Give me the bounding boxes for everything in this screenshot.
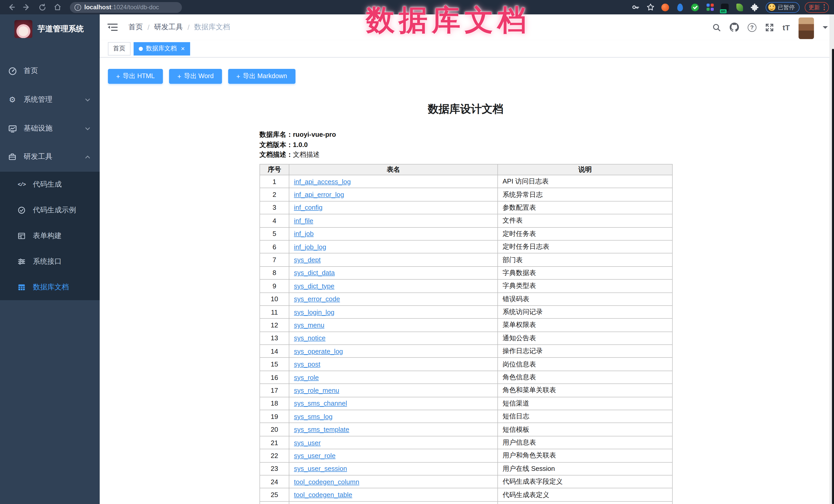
tag-db-doc[interactable]: 数据库文档 × <box>134 42 190 55</box>
meta-line-doc-version: 文档版本：1.0.0 <box>260 139 336 150</box>
table-link[interactable]: tool_codegen_table <box>294 491 352 499</box>
table-link[interactable]: inf_job <box>294 230 314 238</box>
gear-icon: ⚙ <box>8 95 17 104</box>
table-link[interactable]: inf_file <box>294 217 313 225</box>
table-link[interactable]: sys_sms_channel <box>294 400 347 408</box>
cell-description: 参数配置表 <box>498 201 673 214</box>
password-key-icon[interactable] <box>630 2 641 13</box>
table-link[interactable]: sys_post <box>294 360 321 368</box>
sidebar-item-label: 系统管理 <box>24 95 52 104</box>
table-link[interactable]: inf_job_log <box>294 243 326 250</box>
browser-profile-chip[interactable]: 已暂停 <box>765 2 799 13</box>
table-link[interactable]: sys_operate_log <box>294 348 343 355</box>
browser-update-button[interactable]: 更新 <box>805 2 829 13</box>
sidebar-item-codegen-demo[interactable]: 代码生成示例 <box>0 197 100 223</box>
font-size-icon[interactable]: tT <box>783 23 790 31</box>
cell-table-name: inf_job <box>289 227 498 240</box>
site-info-icon[interactable] <box>74 4 81 10</box>
scrollbar-thumb[interactable] <box>832 49 834 504</box>
table-link[interactable]: sys_dept <box>294 256 321 264</box>
extension-icon-orange[interactable] <box>660 2 671 13</box>
export-word-button[interactable]: + 导出 Word <box>169 69 222 84</box>
table-link[interactable]: sys_sms_template <box>294 425 349 433</box>
sidebar-item-label: 系统接口 <box>33 257 62 266</box>
sidebar-item-form-builder[interactable]: 表单构建 <box>0 223 100 249</box>
extension-icon-green-check[interactable] <box>689 2 701 13</box>
table-link[interactable]: inf_api_error_log <box>294 191 344 198</box>
address-bar[interactable]: localhost:1024/tool/db-doc <box>70 2 182 13</box>
cell-description: 系统访问记录 <box>498 306 673 319</box>
cell-description: 岗位信息表 <box>498 358 673 371</box>
meta-line-doc-desc: 文档描述：文档描述 <box>260 150 336 160</box>
bookmark-star-icon[interactable] <box>645 2 656 13</box>
fullscreen-icon[interactable] <box>765 23 774 31</box>
table-link[interactable]: sys_user <box>294 439 321 446</box>
export-html-button[interactable]: + 导出 HTML <box>108 69 163 84</box>
extension-icon-blue-drop[interactable] <box>675 2 686 13</box>
navbar-actions: tT <box>712 15 828 40</box>
extension-icon-on-badge[interactable]: on <box>719 2 730 13</box>
cell-description: 短信渠道 <box>498 397 673 410</box>
table-link[interactable]: inf_config <box>294 204 323 212</box>
breadcrumb-devtools[interactable]: 研发工具 <box>154 23 183 32</box>
table-link[interactable]: sys_dict_data <box>294 269 335 277</box>
table-link[interactable]: sys_error_code <box>294 295 340 303</box>
table-link[interactable]: sys_user_role <box>294 452 335 460</box>
sidebar-item-system-api[interactable]: 系统接口 <box>0 249 100 275</box>
table-link[interactable]: sys_dict_type <box>294 282 334 290</box>
back-icon[interactable] <box>5 1 18 13</box>
table-link[interactable]: sys_user_session <box>294 465 347 473</box>
table-link[interactable]: sys_login_log <box>294 308 334 316</box>
browser-menu-kebab-icon[interactable] <box>824 4 825 10</box>
cell-description: 操作日志记录 <box>498 345 673 358</box>
plus-icon: + <box>177 72 181 80</box>
collapse-sidebar-icon[interactable] <box>107 22 119 32</box>
cell-index: 12 <box>260 319 289 332</box>
github-icon[interactable] <box>730 23 739 32</box>
breadcrumb-home[interactable]: 首页 <box>129 23 143 32</box>
extension-icon-green-leaf[interactable] <box>734 2 745 13</box>
cell-index: 7 <box>260 254 289 266</box>
table-link[interactable]: sys_role <box>294 373 319 381</box>
window-scrollbar[interactable] <box>829 15 834 504</box>
cell-index: 13 <box>260 332 289 345</box>
sidebar-item-devtools[interactable]: 研发工具 <box>0 144 100 170</box>
table-link[interactable]: sys_menu <box>294 321 325 329</box>
table-link[interactable]: sys_sms_log <box>294 413 332 420</box>
button-label: 导出 Markdown <box>243 72 287 81</box>
home-icon[interactable] <box>51 1 64 13</box>
export-markdown-button[interactable]: + 导出 Markdown <box>228 69 295 84</box>
cell-table-name: inf_config <box>289 201 498 214</box>
table-link[interactable]: inf_api_access_log <box>294 178 351 185</box>
cell-table-name: sys_user_role <box>289 449 498 462</box>
forward-icon[interactable] <box>21 1 33 13</box>
url-text: localhost:1024/tool/db-doc <box>84 4 159 11</box>
tag-home[interactable]: 首页 <box>108 42 131 55</box>
close-icon[interactable]: × <box>181 45 185 52</box>
chevron-down-icon <box>85 126 90 131</box>
cell-description: 角色和菜单关联表 <box>498 384 673 397</box>
sidebar-item-codegen[interactable]: </> 代码生成 <box>0 172 100 197</box>
cell-description: 定时任务日志表 <box>498 240 673 254</box>
avatar[interactable] <box>798 18 814 39</box>
sidebar-item-system[interactable]: ⚙ 系统管理 <box>0 87 100 113</box>
table-row: 7sys_dept部门表 <box>260 254 673 266</box>
sidebar-item-infra[interactable]: 基础设施 <box>0 116 100 141</box>
table-link[interactable]: tool_codegen_column <box>294 478 359 485</box>
reload-icon[interactable] <box>36 1 48 13</box>
table-link[interactable]: sys_notice <box>294 334 326 342</box>
table-link[interactable]: sys_role_menu <box>294 387 339 394</box>
sliders-icon <box>17 258 26 266</box>
extensions-puzzle-icon[interactable] <box>749 2 760 13</box>
extension-icon-colorful-grid[interactable] <box>704 2 716 13</box>
breadcrumb-current: 数据库文档 <box>194 23 230 32</box>
help-icon[interactable] <box>748 23 756 31</box>
sidebar-item-home[interactable]: 首页 <box>0 58 100 84</box>
table-row: 8sys_dict_data字典数据表 <box>260 266 673 279</box>
sidebar-item-db-doc[interactable]: 数据库文档 <box>0 275 100 300</box>
form-grid-icon <box>17 232 26 240</box>
avatar-dropdown-caret-icon[interactable] <box>823 26 828 31</box>
app-logo-row[interactable]: 芋道管理系统 <box>0 15 100 38</box>
search-icon[interactable] <box>712 23 721 31</box>
cell-table-name: sys_menu <box>289 319 498 332</box>
